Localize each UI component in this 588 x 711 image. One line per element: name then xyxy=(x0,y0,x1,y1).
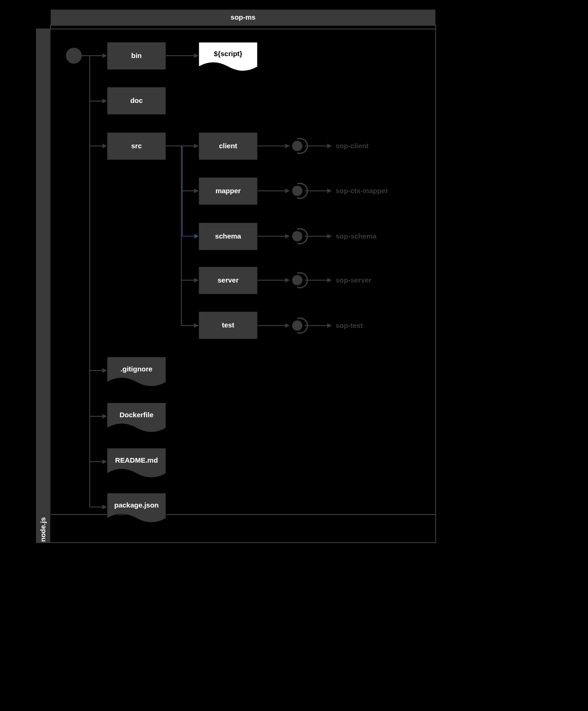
arrow-trunk-src xyxy=(102,144,107,148)
svg-point-1 xyxy=(292,186,302,196)
arrow-trunk-readme xyxy=(102,459,107,464)
arrow-src-server xyxy=(194,278,199,283)
node-server-label: server xyxy=(217,276,238,284)
arrow-test-end xyxy=(285,323,290,328)
node-schema-label: schema xyxy=(215,232,242,240)
arrow-mapperlabel xyxy=(327,189,332,193)
node-client-label: client xyxy=(219,142,237,150)
arrow-bin-script xyxy=(194,53,199,58)
end-mapper-label: sop-ctx-mapper xyxy=(336,187,388,195)
node-doc-label: doc xyxy=(130,96,143,104)
node-packagejson-label: package.json xyxy=(114,501,158,509)
sidebar-title: node.js xyxy=(39,517,47,542)
diagram-canvas: sop-ms node.js bin ${script} doc src cli… xyxy=(0,0,588,711)
arrow-start-bin xyxy=(102,53,107,58)
node-bin-label: bin xyxy=(131,51,142,59)
arrow-src-mapper xyxy=(194,189,199,193)
arrow-testlabel xyxy=(327,323,332,328)
node-dockerfile-label: Dockerfile xyxy=(120,411,154,419)
svg-point-4 xyxy=(292,320,302,331)
arrow-src-test xyxy=(194,323,199,328)
arrow-trunk-gitignore xyxy=(102,368,107,373)
arrow-src-client xyxy=(194,144,199,148)
node-gitignore-label: .gitignore xyxy=(121,365,152,373)
node-script-label: ${script} xyxy=(214,50,243,58)
arrow-src-schema xyxy=(194,234,199,239)
arrow-clientlabel xyxy=(327,144,332,148)
arrow-serverlabel xyxy=(327,278,332,283)
node-src-label: src xyxy=(131,142,142,150)
end-server-label: sop-server xyxy=(336,276,372,284)
end-schema-label: sop-schema xyxy=(336,232,377,240)
svg-point-0 xyxy=(292,141,302,151)
arrow-client-end xyxy=(285,144,290,148)
node-test-label: test xyxy=(222,321,235,329)
start-node xyxy=(66,48,82,64)
arrow-schemalabel xyxy=(327,234,332,239)
arrow-server-end xyxy=(285,278,290,283)
arrow-trunk-doc xyxy=(102,99,107,103)
sidebar-bar xyxy=(36,29,50,543)
end-test-label: sop-test xyxy=(336,321,363,329)
header-title: sop-ms xyxy=(230,13,255,21)
svg-point-3 xyxy=(292,275,302,285)
node-readme-label: README.md xyxy=(115,456,158,464)
arrow-trunk-packagejson xyxy=(102,505,107,509)
arrow-schema-end xyxy=(285,234,290,239)
arrow-trunk-dockerfile xyxy=(102,414,107,419)
node-mapper-label: mapper xyxy=(215,187,241,195)
arrow-mapper-end xyxy=(285,189,290,193)
svg-point-2 xyxy=(292,231,302,241)
end-client-label: sop-client xyxy=(336,142,369,150)
